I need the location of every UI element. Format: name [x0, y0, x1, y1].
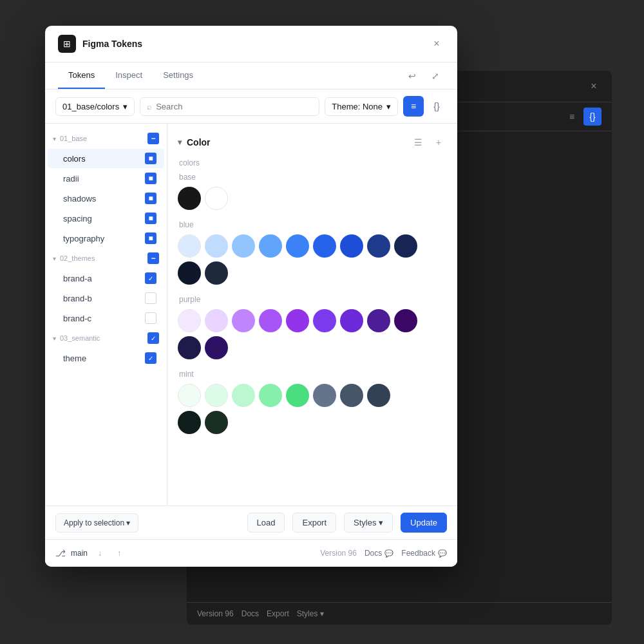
docs-link[interactable]: Docs 💬 [365, 549, 393, 558]
color-swatch[interactable] [232, 384, 255, 407]
colors-group-label: colors [178, 158, 447, 167]
sidebar-item-spacing-toggle[interactable]: ■ [145, 213, 156, 224]
bg-panel-json-icon[interactable]: {} [583, 108, 601, 126]
sidebar-item-theme[interactable]: theme ✓ [48, 348, 164, 368]
color-swatch[interactable] [205, 309, 228, 332]
sidebar-item-brand-c[interactable]: brand-c [48, 308, 164, 328]
color-swatch[interactable] [286, 234, 309, 258]
color-swatch[interactable] [367, 309, 390, 332]
color-swatch[interactable] [259, 384, 282, 407]
update-button[interactable]: Update [401, 513, 447, 533]
expand-icon[interactable]: ⤢ [426, 67, 444, 85]
token-set-selector[interactable]: 01_base/colors ▾ [55, 97, 135, 116]
color-swatch[interactable] [340, 234, 363, 258]
color-swatch[interactable] [232, 234, 255, 258]
export-button[interactable]: Export [292, 513, 336, 533]
color-swatch[interactable] [178, 384, 201, 407]
sidebar-group-03-semantic-toggle[interactable]: ✓ [147, 332, 159, 344]
sidebar-item-spacing-label: spacing [63, 214, 145, 223]
bg-panel-close-button[interactable]: × [586, 79, 601, 94]
json-view-button[interactable]: {} [426, 96, 447, 117]
list-view-button[interactable]: ≡ [403, 96, 424, 117]
download-icon[interactable]: ↓ [93, 546, 107, 560]
color-swatch[interactable] [205, 336, 228, 359]
bg-panel-docs[interactable]: Docs [242, 609, 259, 618]
color-swatch[interactable] [259, 234, 282, 258]
sidebar-item-brand-a[interactable]: brand-a ✓ [48, 269, 164, 288]
sidebar-item-brand-b[interactable]: brand-b [48, 289, 164, 308]
section-chevron-icon: ▾ [178, 138, 182, 147]
bg-panel-styles[interactable]: Styles ▾ [297, 609, 324, 618]
color-swatch[interactable] [205, 234, 228, 258]
panel-close-button[interactable]: × [429, 36, 444, 52]
sidebar-item-radii[interactable]: radii ■ [48, 169, 164, 188]
sidebar-item-spacing[interactable]: spacing ■ [48, 209, 164, 228]
panel-bottom-bar: ⎇ main ↓ ↑ Version 96 Docs 💬 Feedback 💬 [45, 539, 457, 567]
color-swatch[interactable] [178, 336, 201, 359]
color-swatch[interactable] [178, 261, 201, 285]
feedback-button[interactable]: Feedback 💬 [401, 549, 447, 558]
sidebar-item-radii-toggle[interactable]: ■ [145, 173, 156, 184]
chevron-down-icon: ▾ [123, 102, 128, 111]
color-swatch[interactable] [367, 234, 390, 258]
color-swatch[interactable] [313, 234, 336, 258]
sidebar-item-typography-toggle[interactable]: ■ [145, 232, 156, 244]
color-swatch[interactable] [340, 384, 363, 407]
search-input[interactable] [156, 102, 312, 111]
blue-swatches [178, 234, 447, 258]
load-button[interactable]: Load [247, 513, 285, 533]
styles-button[interactable]: Styles ▾ [344, 513, 393, 533]
bg-panel-version: Version 96 [197, 609, 234, 618]
color-swatch[interactable] [394, 309, 417, 332]
color-swatch[interactable] [178, 234, 201, 258]
sidebar-item-brand-b-toggle[interactable] [145, 292, 156, 304]
apply-to-selection-button[interactable]: Apply to selection ▾ [55, 513, 138, 533]
sidebar-item-brand-a-toggle[interactable]: ✓ [145, 272, 156, 284]
sidebar-item-colors-toggle[interactable]: ■ [145, 153, 156, 164]
color-swatch[interactable] [259, 309, 282, 332]
section-list-icon[interactable]: ☰ [410, 134, 426, 151]
sidebar-item-theme-toggle[interactable]: ✓ [145, 352, 156, 364]
color-swatch[interactable] [313, 309, 336, 332]
sidebar-item-brand-c-toggle[interactable] [145, 312, 156, 324]
color-swatch[interactable] [367, 384, 390, 407]
color-swatch-black[interactable] [178, 187, 201, 210]
search-box[interactable]: ⌕ [140, 97, 319, 116]
sidebar-item-shadows[interactable]: shadows ■ [48, 189, 164, 208]
purple-group-label: purple [178, 295, 447, 304]
mint-swatches [178, 384, 447, 407]
color-swatch[interactable] [313, 384, 336, 407]
sidebar-group-01-base[interactable]: ▾ 01_base − [45, 129, 167, 148]
section-add-icon[interactable]: + [430, 134, 447, 151]
color-swatch-white[interactable] [205, 187, 228, 210]
sidebar-group-01-base-toggle[interactable]: − [147, 133, 159, 144]
bg-panel-export[interactable]: Export [267, 609, 289, 618]
base-swatches [178, 187, 447, 210]
color-swatch[interactable] [286, 309, 309, 332]
sidebar-item-shadows-toggle[interactable]: ■ [145, 193, 156, 204]
feedback-icon: 💬 [438, 549, 447, 558]
color-swatch[interactable] [178, 411, 201, 434]
color-swatch[interactable] [178, 309, 201, 332]
sidebar-group-02-themes-toggle[interactable]: − [147, 252, 159, 264]
color-swatch[interactable] [205, 384, 228, 407]
color-swatch[interactable] [394, 234, 417, 258]
sidebar-group-03-semantic[interactable]: ▾ 03_semantic ✓ [45, 328, 167, 348]
undo-icon[interactable]: ↩ [403, 67, 421, 85]
bg-panel-list-icon[interactable]: ≡ [563, 108, 581, 126]
tab-inspect[interactable]: Inspect [105, 62, 153, 89]
sidebar-group-02-themes[interactable]: ▾ 02_themes − [45, 249, 167, 268]
version-label: Version 96 [320, 549, 357, 558]
tab-settings[interactable]: Settings [153, 62, 204, 89]
sidebar-item-colors[interactable]: colors ■ [48, 149, 164, 168]
tab-tokens[interactable]: Tokens [58, 62, 105, 89]
upload-icon[interactable]: ↑ [112, 546, 126, 560]
mint-group-label: mint [178, 370, 447, 379]
color-swatch[interactable] [340, 309, 363, 332]
sidebar-item-typography[interactable]: typography ■ [48, 229, 164, 248]
theme-selector[interactable]: Theme: None ▾ [325, 97, 398, 116]
color-swatch[interactable] [205, 261, 228, 285]
color-swatch[interactable] [232, 309, 255, 332]
color-swatch[interactable] [286, 384, 309, 407]
color-swatch[interactable] [205, 411, 228, 434]
